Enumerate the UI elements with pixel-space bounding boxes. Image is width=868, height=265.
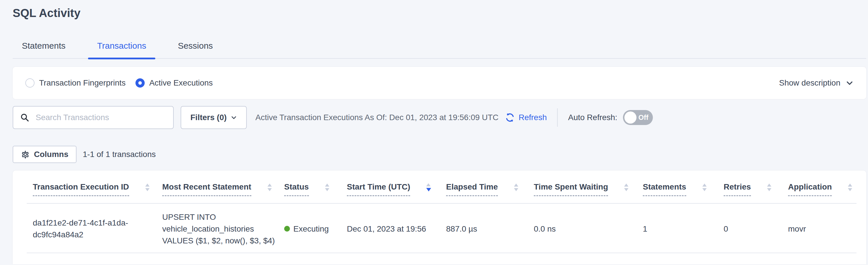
table-header-row: Transaction Execution ID Most Recent Sta… xyxy=(13,170,866,196)
as-of-section: Active Transaction Executions As Of: Dec… xyxy=(255,106,547,129)
cell-transaction-execution-id[interactable]: da1f21e2-de71-4c1f-a1da-dc9fc94a84a2 xyxy=(33,217,162,240)
radio-circle-icon xyxy=(135,78,145,87)
column-header-status[interactable]: Status xyxy=(284,183,347,196)
view-mode-radio-group: Transaction Fingerprints Active Executio… xyxy=(25,78,213,87)
transactions-table-card: Transaction Execution ID Most Recent Sta… xyxy=(13,170,866,264)
filters-button[interactable]: Filters (0) xyxy=(181,106,247,129)
column-header-retries[interactable]: Retries xyxy=(724,183,788,196)
column-header-most-recent-statement[interactable]: Most Recent Statement xyxy=(162,183,284,196)
radio-label: Transaction Fingerprints xyxy=(39,78,126,87)
radio-circle-icon xyxy=(25,78,34,87)
cell-statements: 1 xyxy=(643,223,724,235)
radio-transaction-fingerprints[interactable]: Transaction Fingerprints xyxy=(25,78,126,87)
refresh-button[interactable]: Refresh xyxy=(505,112,547,123)
chevron-down-icon xyxy=(231,114,237,121)
chevron-down-icon xyxy=(845,79,854,87)
sort-icon xyxy=(767,184,771,191)
column-header-time-spent-waiting[interactable]: Time Spent Waiting xyxy=(534,183,643,196)
sort-icon xyxy=(848,184,852,191)
show-description-button[interactable]: Show description xyxy=(779,78,854,87)
sort-icon xyxy=(426,183,431,191)
filters-button-label: Filters (0) xyxy=(190,113,227,122)
show-description-label: Show description xyxy=(779,78,840,87)
table-row[interactable]: da1f21e2-de71-4c1f-a1da-dc9fc94a84a2 UPS… xyxy=(13,204,866,253)
search-box xyxy=(13,106,174,129)
tab-sessions[interactable]: Sessions xyxy=(168,33,222,58)
columns-button-label: Columns xyxy=(34,150,68,159)
page-title: SQL Activity xyxy=(13,6,866,20)
result-count: 1-1 of 1 transactions xyxy=(83,150,156,159)
vertical-divider xyxy=(557,108,558,127)
search-icon xyxy=(20,113,29,122)
refresh-label: Refresh xyxy=(519,113,547,122)
column-header-transaction-execution-id[interactable]: Transaction Execution ID xyxy=(33,183,162,196)
sort-icon xyxy=(145,184,150,191)
tab-bar: Statements Transactions Sessions xyxy=(13,33,866,59)
column-header-application[interactable]: Application xyxy=(788,183,858,196)
auto-refresh-label: Auto Refresh: xyxy=(568,113,617,122)
search-input[interactable] xyxy=(36,113,167,122)
columns-button[interactable]: Columns xyxy=(13,146,76,163)
refresh-icon xyxy=(505,112,515,123)
sort-icon xyxy=(268,184,272,191)
auto-refresh-state: Off xyxy=(639,113,649,122)
auto-refresh-toggle[interactable]: Off xyxy=(623,110,653,125)
radio-active-executions[interactable]: Active Executions xyxy=(135,78,213,87)
toggle-knob-icon xyxy=(624,111,637,124)
column-header-elapsed-time[interactable]: Elapsed Time xyxy=(446,183,534,196)
tab-statements[interactable]: Statements xyxy=(13,33,75,58)
sort-icon xyxy=(514,184,518,191)
view-options-card: Transaction Fingerprints Active Executio… xyxy=(13,67,866,99)
cell-application: movr xyxy=(788,223,858,235)
status-dot-icon xyxy=(284,226,290,232)
as-of-text: Active Transaction Executions As Of: Dec… xyxy=(255,113,498,122)
column-header-start-time[interactable]: Start Time (UTC) xyxy=(347,183,446,196)
sort-icon xyxy=(325,184,329,191)
cell-retries: 0 xyxy=(724,223,788,235)
cell-time-spent-waiting: 0.0 ns xyxy=(534,223,643,235)
status-badge: Executing xyxy=(293,223,329,235)
tab-transactions[interactable]: Transactions xyxy=(88,33,156,58)
gear-icon xyxy=(21,150,30,159)
results-bar: Columns 1-1 of 1 transactions xyxy=(13,146,866,163)
cell-status: Executing xyxy=(284,223,347,235)
sort-icon xyxy=(702,184,707,191)
row-divider xyxy=(27,253,857,253)
radio-label: Active Executions xyxy=(149,78,213,87)
sql-activity-page: SQL Activity Statements Transactions Ses… xyxy=(0,6,868,264)
cell-elapsed-time: 887.0 µs xyxy=(446,223,534,235)
cell-most-recent-statement: UPSERT INTO vehicle_location_histories V… xyxy=(162,211,284,246)
filter-bar: Filters (0) Active Transaction Execution… xyxy=(13,106,866,129)
sort-icon xyxy=(624,184,628,191)
column-header-statements[interactable]: Statements xyxy=(643,183,724,196)
cell-start-time: Dec 01, 2023 at 19:56 xyxy=(347,223,446,235)
